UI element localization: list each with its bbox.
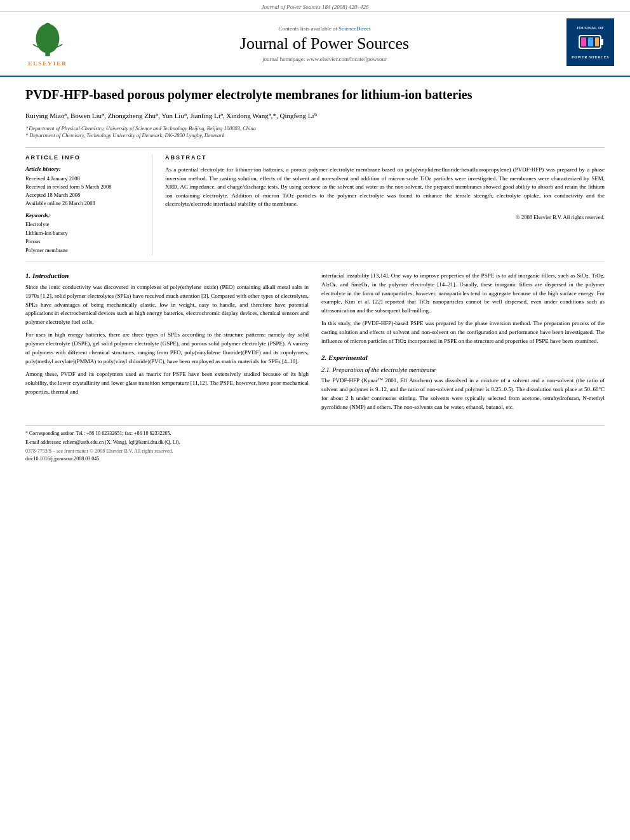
abstract-text: As a potential electrolyte for lithium-i… — [165, 166, 605, 209]
svg-rect-5 — [601, 39, 603, 45]
article-info-heading: ARTICLE INFO — [25, 154, 142, 161]
section2-para1: The PVDF-HFP (Kynarᵀᴹ 2801, Elf Atochem)… — [321, 377, 605, 412]
svg-rect-8 — [595, 37, 599, 46]
section2-title: 2. Experimental — [321, 354, 605, 361]
sciencedirect-anchor[interactable]: ScienceDirect — [338, 25, 370, 32]
footnote-section: * Corresponding author. Tel.: +86 10 623… — [25, 425, 605, 462]
email-footnote: E-mail addresses: echem@ustb.edu.cn (X. … — [25, 439, 605, 446]
keyword-3: Porous — [25, 237, 142, 246]
journal-title: Journal of Power Sources — [83, 34, 566, 53]
section-divider — [25, 147, 605, 148]
page-wrapper: Journal of Power Sources 184 (2008) 420–… — [0, 0, 630, 471]
history-label: Article history: — [25, 166, 142, 172]
corresponding-author: * Corresponding author. Tel.: +86 10 623… — [25, 430, 605, 437]
logo-bottom-text: POWER SOURCES — [572, 55, 609, 59]
issn-info: 0378-7753/$ – see front matter © 2008 El… — [25, 448, 605, 454]
elsevier-brand-text: ELSEVIER — [28, 60, 67, 67]
header-center: Contents lists available at ScienceDirec… — [83, 25, 566, 62]
elsevier-logo-container: ELSEVIER — [13, 21, 83, 67]
journal-reference: Journal of Power Sources 184 (2008) 420–… — [261, 4, 368, 10]
affiliations: ᵃ Department of Physical Chemistry, Univ… — [25, 125, 605, 140]
journal-header: ELSEVIER Contents lists available at Sci… — [0, 12, 630, 77]
body-divider — [25, 262, 605, 262]
abstract-heading: ABSTRACT — [165, 154, 605, 161]
journal-homepage: journal homepage: www.elsevier.com/locat… — [83, 56, 566, 62]
logo-top-text: JOURNAL OF — [577, 26, 605, 30]
svg-point-3 — [44, 23, 50, 29]
affiliation-b: ᵇ Department of Chemistry, Technology Un… — [25, 132, 605, 140]
svg-rect-6 — [581, 37, 586, 46]
accepted-date: Accepted 18 March 2008 — [25, 191, 142, 199]
abstract-col: ABSTRACT As a potential electrolyte for … — [165, 154, 605, 255]
affiliation-a: ᵃ Department of Physical Chemistry, Univ… — [25, 125, 605, 133]
authors: Ruiying Miaoᵃ, Bowen Liuᵃ, Zhongzheng Zh… — [25, 110, 605, 121]
article-content: PVDF-HFP-based porous polymer electrolyt… — [0, 77, 630, 471]
keywords-label: Keywords: — [25, 212, 142, 218]
keywords-list: Electrolyte Lithium-ion battery Porous P… — [25, 220, 142, 255]
doi-text: doi:10.1016/j.jpowsour.2008.03.045 — [25, 456, 605, 462]
article-info-col: ARTICLE INFO Article history: Received 4… — [25, 154, 152, 255]
section1-para3: Among these, PVDF and its copolymers use… — [25, 370, 309, 397]
section1-title: 1. Introduction — [25, 272, 309, 279]
article-title: PVDF-HFP-based porous polymer electrolyt… — [25, 86, 605, 103]
journal-reference-bar: Journal of Power Sources 184 (2008) 420–… — [0, 0, 630, 12]
body-two-col: 1. Introduction Since the ionic conducti… — [25, 272, 605, 416]
received-date: Received 4 January 2008 — [25, 175, 142, 183]
elsevier-tree-icon — [22, 21, 73, 59]
body-section: 1. Introduction Since the ionic conducti… — [25, 272, 605, 416]
journal-logo-container: JOURNAL OF POWER SOURCES — [566, 18, 617, 69]
section1-right-para1: interfacial instability [13,14]. One way… — [321, 272, 605, 316]
available-date: Available online 26 March 2008 — [25, 199, 142, 208]
section1-right-para2: In this study, the (PVDF-HFP)-based PSPE… — [321, 319, 605, 346]
elsevier-logo: ELSEVIER — [22, 21, 73, 67]
article-history: Received 4 January 2008 Received in revi… — [25, 175, 142, 207]
info-abstract-section: ARTICLE INFO Article history: Received 4… — [25, 154, 605, 255]
logo-battery-icon — [578, 32, 603, 53]
section1-para1: Since the ionic conductivity was discove… — [25, 283, 309, 328]
svg-rect-7 — [588, 37, 593, 46]
keyword-1: Electrolyte — [25, 220, 142, 229]
journal-logo-box: JOURNAL OF POWER SOURCES — [566, 18, 614, 66]
section1-para2: For uses in high energy batteries, there… — [25, 331, 309, 366]
body-col-left: 1. Introduction Since the ionic conducti… — [25, 272, 309, 416]
revised-date: Received in revised form 5 March 2008 — [25, 183, 142, 191]
sciencedirect-link: Contents lists available at ScienceDirec… — [83, 25, 566, 32]
keyword-4: Polymer membrane — [25, 246, 142, 255]
copyright-text: © 2008 Elsevier B.V. All rights reserved… — [165, 214, 605, 220]
body-col-right: interfacial instability [13,14]. One way… — [321, 272, 605, 416]
keyword-2: Lithium-ion battery — [25, 229, 142, 238]
section2-subsection-title: 2.1. Preparation of the electrolyte memb… — [321, 366, 605, 373]
